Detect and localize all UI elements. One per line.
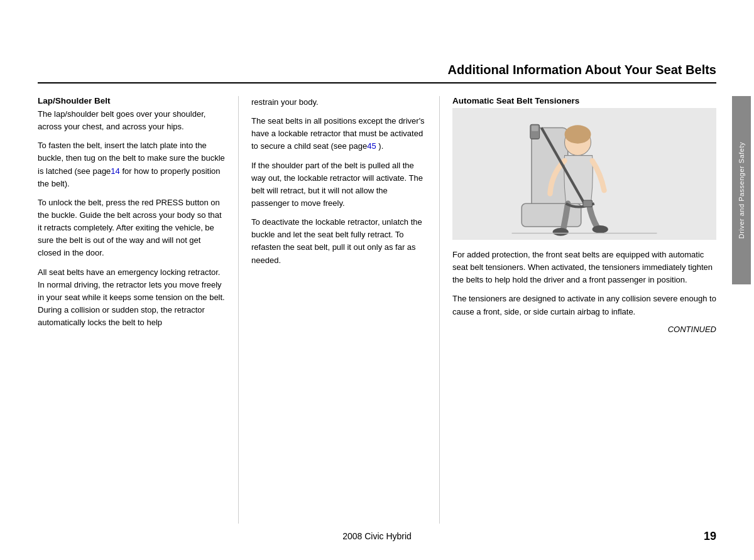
middle-para2: The seat belts in all positions except t… <box>251 115 427 153</box>
page-footer: 2008 Civic Hybrid 19 <box>38 524 716 541</box>
page-title: Additional Information About Your Seat B… <box>448 63 716 77</box>
continued-label: CONTINUED <box>452 325 716 334</box>
right-para2: The tensioners are designed to activate … <box>452 293 716 318</box>
tensioners-heading: Automatic Seat Belt Tensioners <box>452 96 716 105</box>
svg-rect-6 <box>583 200 593 207</box>
right-column: Automatic Seat Belt Tensioners <box>440 96 716 524</box>
svg-point-5 <box>593 225 608 234</box>
right-para1: For added protection, the front seat bel… <box>452 249 716 286</box>
left-para3: To unlock the belt, press the red PRESS … <box>38 197 226 260</box>
page-number: 19 <box>704 530 716 543</box>
side-tab: Driver and Passenger Safety <box>732 96 751 284</box>
side-tab-label: Driver and Passenger Safety <box>738 142 745 239</box>
footer-text: 2008 Civic Hybrid <box>342 531 412 541</box>
left-para2: To fasten the belt, insert the latch pla… <box>38 139 226 190</box>
middle-para1: restrain your body. <box>251 96 427 109</box>
illustration-svg <box>452 108 716 240</box>
middle-column: restrain your body. The seat belts in al… <box>239 96 440 524</box>
middle-para3: If the shoulder part of the belt is pull… <box>251 159 427 210</box>
middle-para4: To deactivate the lockable retractor, un… <box>251 216 427 267</box>
page-link-14[interactable]: 14 <box>111 166 119 176</box>
left-column: Lap/Shoulder Belt The lap/shoulder belt … <box>38 96 239 524</box>
seat-belt-illustration <box>452 108 716 240</box>
left-para4: All seat belts have an emergency locking… <box>38 266 226 330</box>
lap-shoulder-heading: Lap/Shoulder Belt <box>38 96 226 105</box>
page-link-45[interactable]: 45 <box>367 141 376 151</box>
svg-point-3 <box>565 125 591 143</box>
svg-rect-8 <box>532 126 538 131</box>
svg-point-4 <box>553 228 569 236</box>
left-para1: The lap/shoulder belt goes over your sho… <box>38 108 226 133</box>
